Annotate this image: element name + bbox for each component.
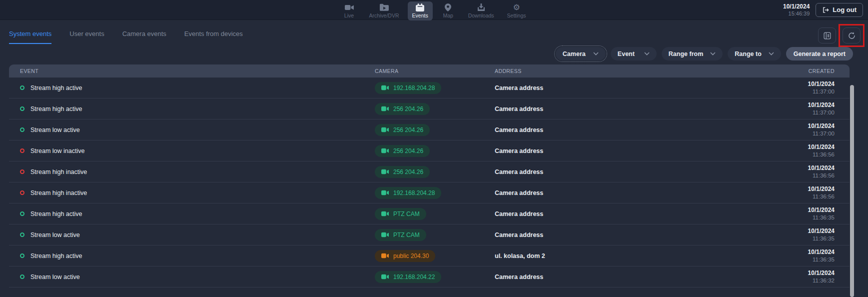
- camera-filter-dropdown[interactable]: Camera: [556, 47, 606, 60]
- nav-item-archive-dvr[interactable]: Archive/DVR: [364, 2, 403, 20]
- current-time: 15:46:39: [783, 10, 810, 17]
- event-label: Stream high active: [30, 252, 82, 260]
- event-label: Stream high active: [30, 210, 82, 218]
- camera-badge[interactable]: 256 204.26: [375, 166, 430, 178]
- status-dot-icon: [20, 254, 24, 258]
- nav-item-events[interactable]: Events: [408, 2, 433, 20]
- camera-badge[interactable]: 192.168.204.28: [375, 82, 441, 94]
- camera-cell: PTZ CAM: [375, 229, 495, 241]
- camera-badge-label: 192.168.204.28: [393, 190, 435, 196]
- range-to-dropdown[interactable]: Range to: [728, 47, 781, 60]
- created-date: 10/1/2024: [750, 270, 835, 277]
- table-body: Stream high active 192.168.204.28 Camera…: [9, 78, 850, 288]
- event-cell: Stream high active: [20, 252, 375, 260]
- address-cell: Camera address: [495, 84, 750, 92]
- chevron-down-icon: [593, 52, 599, 56]
- events-tab-bar: System events User events Camera events …: [0, 20, 868, 44]
- logout-icon: [822, 6, 829, 14]
- filters-bar: Camera Event Range from Range to Generat…: [0, 47, 853, 60]
- table-row[interactable]: Stream low active PTZ CAM Camera address…: [9, 224, 850, 246]
- camera-badge[interactable]: PTZ CAM: [375, 229, 426, 241]
- event-cell: Stream high active: [20, 106, 375, 112]
- column-header-address: ADDRESS: [495, 68, 750, 74]
- address-cell: Camera address: [495, 168, 750, 176]
- event-cell: Stream low active: [20, 274, 375, 280]
- nav-item-label: Downloads: [468, 12, 494, 18]
- nav-item-label: Events: [412, 12, 428, 18]
- camera-badge[interactable]: public 204.30: [375, 250, 435, 262]
- event-label: Stream low inactive: [30, 148, 84, 154]
- nav-item-downloads[interactable]: Downloads: [464, 2, 499, 20]
- camera-badge[interactable]: 256 204.26: [375, 103, 430, 115]
- tab-user-events[interactable]: User events: [69, 30, 104, 44]
- table-row[interactable]: Stream high active public 204.30 ul. kol…: [9, 246, 850, 266]
- chevron-down-icon: [769, 52, 774, 56]
- vertical-scrollbar-thumb[interactable]: [850, 85, 854, 297]
- created-date: 10/1/2024: [750, 102, 835, 109]
- event-filter-dropdown[interactable]: Event: [611, 47, 657, 60]
- event-cell: Stream high active: [20, 210, 375, 218]
- table-row[interactable]: Stream high active 256 204.26 Camera add…: [9, 98, 850, 120]
- nav-item-settings[interactable]: ⚙ Settings: [503, 2, 531, 20]
- topbar-right: 10/1/2024 15:46:39 Log out: [783, 0, 863, 20]
- clock: 10/1/2024 15:46:39: [783, 3, 810, 17]
- camera-badge-label: 256 204.26: [393, 168, 423, 176]
- camera-badge[interactable]: 192.168.204.22: [375, 271, 441, 283]
- status-dot-icon: [20, 190, 24, 195]
- status-dot-icon: [20, 212, 24, 216]
- camera-cell: 192.168.204.28: [375, 82, 495, 94]
- range-to-label: Range to: [735, 50, 761, 58]
- top-bar: Live Archive/DVR Events Map Downloads: [0, 0, 868, 20]
- event-cell: Stream low active: [20, 126, 375, 134]
- address-cell: Camera address: [495, 106, 750, 112]
- created-date: 10/1/2024: [750, 80, 835, 88]
- refresh-button[interactable]: [843, 28, 861, 44]
- created-time: 11:36:35: [750, 256, 835, 263]
- event-label: Stream high active: [30, 106, 82, 112]
- camera-badge[interactable]: 256 204.26: [375, 145, 430, 157]
- download-icon: [477, 3, 485, 12]
- event-label: Stream low active: [30, 274, 80, 280]
- red-annotation-box: [839, 24, 865, 47]
- tab-camera-events[interactable]: Camera events: [122, 30, 166, 44]
- table-row[interactable]: Stream low active 192.168.204.22 Camera …: [9, 266, 850, 288]
- nav-item-live[interactable]: Live: [337, 2, 360, 20]
- created-date: 10/1/2024: [750, 122, 835, 130]
- map-pin-icon: [445, 3, 451, 12]
- tab-events-from-devices[interactable]: Events from devices: [184, 30, 243, 44]
- created-cell: 10/1/2024 11:37:00: [750, 102, 835, 116]
- table-row[interactable]: Stream low inactive 256 204.26 Camera ad…: [9, 140, 850, 162]
- range-from-dropdown[interactable]: Range from: [662, 47, 723, 60]
- created-cell: 10/1/2024 11:36:35: [750, 228, 835, 242]
- logout-button[interactable]: Log out: [816, 3, 863, 17]
- report-list-button[interactable]: [818, 28, 836, 44]
- table-row[interactable]: Stream low active 256 204.26 Camera addr…: [9, 120, 850, 140]
- event-cell: Stream low inactive: [20, 148, 375, 154]
- report-list-icon: [823, 32, 832, 40]
- tab-system-events[interactable]: System events: [9, 30, 51, 44]
- camera-badge-label: public 204.30: [393, 252, 429, 260]
- nav-item-label: Archive/DVR: [369, 12, 399, 18]
- event-filter-label: Event: [618, 50, 635, 58]
- created-cell: 10/1/2024 11:37:00: [750, 80, 835, 95]
- status-dot-icon: [20, 232, 24, 237]
- created-time: 11:36:56: [750, 172, 835, 179]
- nav-item-map[interactable]: Map: [437, 2, 460, 20]
- table-row[interactable]: Stream high inactive 192.168.204.28 Came…: [9, 182, 850, 204]
- table-header: EVENT CAMERA ADDRESS CREATED: [9, 64, 850, 78]
- address-cell: Camera address: [495, 148, 750, 154]
- table-row[interactable]: Stream high active 192.168.204.28 Camera…: [9, 78, 850, 98]
- camera-badge[interactable]: 192.168.204.28: [375, 187, 441, 199]
- address-cell: Camera address: [495, 126, 750, 134]
- main-navigation: Live Archive/DVR Events Map Downloads: [337, 0, 530, 20]
- camera-icon: [381, 127, 389, 132]
- camera-badge[interactable]: PTZ CAM: [375, 208, 426, 220]
- event-cell: Stream high inactive: [20, 168, 375, 176]
- camera-icon: [381, 106, 389, 112]
- created-time: 11:37:00: [750, 109, 835, 116]
- table-row[interactable]: Stream high active PTZ CAM Camera addres…: [9, 204, 850, 224]
- event-label: Stream high active: [30, 84, 82, 92]
- table-row[interactable]: Stream high inactive 256 204.26 Camera a…: [9, 162, 850, 182]
- generate-report-button[interactable]: Generate a report: [786, 47, 853, 60]
- camera-badge[interactable]: 256 204.26: [375, 124, 430, 136]
